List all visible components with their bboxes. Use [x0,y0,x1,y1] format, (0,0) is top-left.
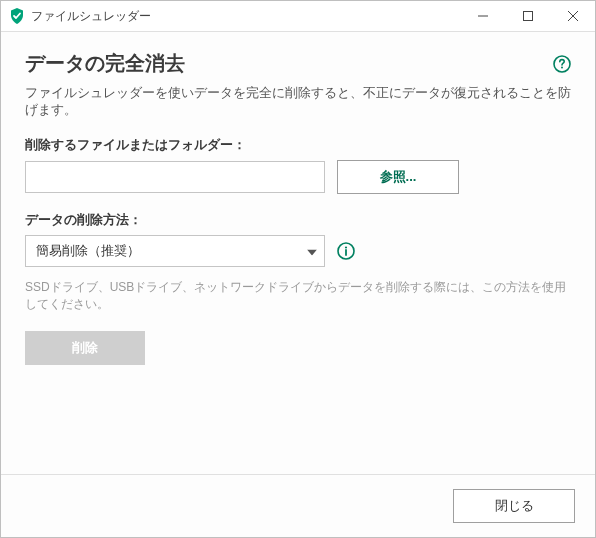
file-shredder-window: ファイルシュレッダー データの完全消去 [0,0,596,538]
window-controls [460,1,595,31]
page-title-row: データの完全消去 [25,50,571,77]
footer: 閉じる [1,474,595,537]
page-title: データの完全消去 [25,50,185,77]
file-path-input[interactable] [25,161,325,193]
maximize-button[interactable] [505,1,550,31]
method-select-value: 簡易削除（推奨） [25,235,325,267]
svg-point-5 [561,66,563,68]
titlebar: ファイルシュレッダー [1,1,595,32]
method-select[interactable]: 簡易削除（推奨） [25,235,325,267]
method-note: SSDドライブ、USBドライブ、ネットワークドライブからデータを削除する際には、… [25,279,571,313]
close-window-button[interactable] [550,1,595,31]
svg-point-7 [345,246,347,248]
help-icon[interactable] [553,55,571,73]
browse-button[interactable]: 参照... [337,160,459,194]
file-field-row: 参照... [25,160,571,194]
delete-button[interactable]: 削除 [25,331,145,365]
svg-rect-1 [523,12,532,21]
info-icon[interactable] [337,242,355,260]
method-field-row: 簡易削除（推奨） [25,235,571,267]
window-title: ファイルシュレッダー [31,8,460,25]
method-field-label: データの削除方法： [25,212,571,229]
file-field-label: 削除するファイルまたはフォルダー： [25,137,571,154]
page-description: ファイルシュレッダーを使いデータを完全に削除すると、不正にデータが復元されること… [25,85,571,119]
shield-icon [9,8,25,24]
close-button[interactable]: 閉じる [453,489,575,523]
minimize-button[interactable] [460,1,505,31]
content-area: データの完全消去 ファイルシュレッダーを使いデータを完全に削除すると、不正にデー… [1,32,595,474]
